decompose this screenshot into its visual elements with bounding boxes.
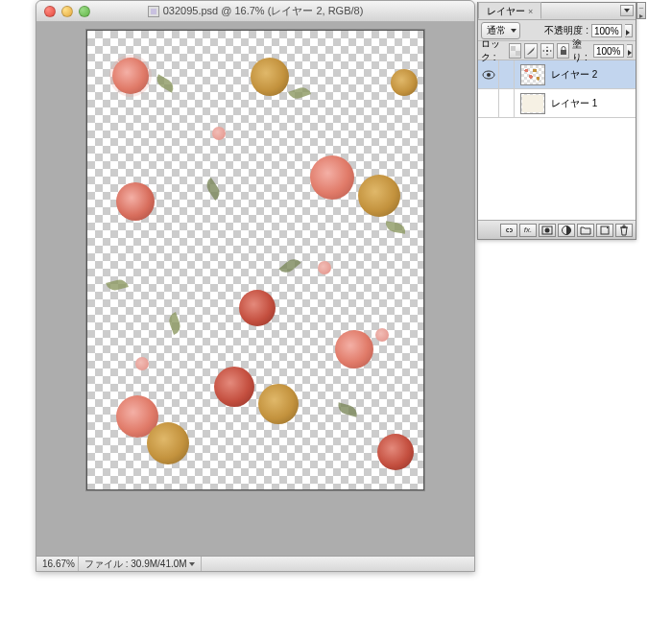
mask-icon <box>541 225 553 236</box>
window-titlebar[interactable]: 032095.psd @ 16.7% (レイヤー 2, RGB/8) <box>36 1 474 22</box>
new-fill-adjustment-button[interactable] <box>558 224 575 237</box>
layer-name[interactable]: レイヤー 1 <box>551 97 597 110</box>
close-icon[interactable] <box>44 6 56 17</box>
brush-icon <box>526 46 536 56</box>
chevron-right-icon <box>189 562 195 566</box>
status-bar: 16.67% ファイル : 30.9M/41.0M <box>36 556 474 571</box>
blend-row: 通常 不透明度 : 100% <box>478 20 636 41</box>
window-title-text: 032095.psd @ 16.7% (レイヤー 2, RGB/8) <box>163 5 364 16</box>
artboard[interactable] <box>86 30 424 490</box>
link-toggle[interactable] <box>499 89 515 117</box>
layer-name[interactable]: レイヤー 2 <box>551 68 597 82</box>
visibility-toggle[interactable] <box>478 60 499 88</box>
link-icon <box>503 225 515 236</box>
panel-footer: fx. <box>478 220 636 239</box>
new-group-button[interactable] <box>577 224 594 237</box>
move-icon <box>542 46 552 56</box>
fill-label: 塗り : <box>572 37 590 64</box>
close-icon[interactable]: × <box>528 7 533 16</box>
document-window: 032095.psd @ 16.7% (レイヤー 2, RGB/8) <box>36 0 475 572</box>
panel-menu-button[interactable] <box>620 5 634 16</box>
opacity-input[interactable]: 100% <box>591 24 622 37</box>
artwork-flower <box>116 182 155 221</box>
artwork-bud <box>318 261 331 274</box>
layer-effects-button[interactable]: fx. <box>519 224 537 237</box>
artwork-leaf <box>288 85 311 102</box>
artwork-flower <box>258 384 299 424</box>
artwork-leaf <box>167 312 183 335</box>
artwork-leaf <box>278 255 300 276</box>
layers-list: レイヤー 2 レイヤー 1 <box>478 60 636 222</box>
canvas-area[interactable] <box>36 22 474 556</box>
delete-layer-button[interactable] <box>615 224 633 237</box>
artwork-bud <box>135 357 149 370</box>
layer-thumbnail[interactable] <box>520 64 545 85</box>
blend-mode-value: 通常 <box>487 25 506 36</box>
traffic-lights <box>44 6 90 17</box>
chevron-right-icon[interactable] <box>625 24 633 37</box>
lock-icon <box>559 46 568 56</box>
svg-rect-1 <box>516 51 520 56</box>
minimize-icon: – <box>637 3 645 12</box>
half-circle-icon <box>561 225 572 236</box>
tab-layers-label: レイヤー <box>487 6 525 16</box>
visibility-toggle[interactable] <box>478 89 499 117</box>
svg-point-6 <box>545 227 550 232</box>
chevron-right-icon[interactable] <box>627 44 633 58</box>
new-page-icon <box>599 225 611 236</box>
document-proxy-icon[interactable] <box>148 6 159 17</box>
layer-row[interactable]: レイヤー 1 <box>478 89 636 118</box>
lock-row: ロック : 塗り : 100% <box>478 41 636 60</box>
lock-transparency-button[interactable] <box>509 43 522 59</box>
add-mask-button[interactable] <box>539 224 556 237</box>
artwork-leaf <box>336 402 359 416</box>
svg-point-4 <box>487 73 491 77</box>
tab-layers[interactable]: レイヤー× <box>478 2 541 19</box>
artwork-flower <box>239 290 276 326</box>
panel-tab-bar: レイヤー× – ▸ <box>478 3 636 20</box>
fill-input[interactable]: 100% <box>593 44 624 58</box>
minimize-icon[interactable] <box>61 6 73 17</box>
chevron-down-icon: ▸ <box>637 12 645 20</box>
lock-pixels-button[interactable] <box>524 43 538 59</box>
artwork-bud <box>375 328 389 342</box>
artwork-leaf <box>154 74 177 93</box>
artwork-flower <box>251 58 289 96</box>
layer-thumbnail[interactable] <box>520 93 545 114</box>
svg-rect-0 <box>511 46 516 51</box>
blend-mode-select[interactable]: 通常 <box>481 22 520 39</box>
link-toggle[interactable] <box>499 60 515 88</box>
fx-icon: fx. <box>524 226 532 234</box>
lock-all-button[interactable] <box>557 43 570 59</box>
layer-row[interactable]: レイヤー 2 <box>478 60 636 89</box>
artwork-leaf <box>106 277 129 292</box>
artwork-flower <box>391 69 418 96</box>
artwork-flower <box>112 58 149 94</box>
artwork-flower <box>214 367 254 407</box>
file-size-info[interactable]: ファイル : 30.9M/41.0M <box>79 557 202 571</box>
artwork-flower <box>377 434 414 470</box>
artwork-flower <box>335 330 373 368</box>
eye-icon <box>482 70 495 80</box>
zoom-level[interactable]: 16.67% <box>36 557 79 571</box>
window-title: 032095.psd @ 16.7% (レイヤー 2, RGB/8) <box>36 4 474 18</box>
artwork-leaf <box>384 221 406 234</box>
artwork-flower <box>147 422 189 464</box>
artwork-bud <box>212 127 226 140</box>
artwork-leaf <box>204 178 224 201</box>
folder-icon <box>580 225 591 236</box>
layers-panel: レイヤー× – ▸ 通常 不透明度 : 100% ロック : 塗り : 100% <box>477 2 636 240</box>
svg-rect-2 <box>561 50 566 55</box>
zoom-level-text: 16.67% <box>42 559 75 569</box>
transparency-icon <box>511 46 520 56</box>
zoom-icon[interactable] <box>79 6 90 17</box>
trash-icon <box>618 225 630 236</box>
link-layers-button[interactable] <box>500 224 517 237</box>
file-size-text: ファイル : 30.9M/41.0M <box>84 558 187 571</box>
lock-position-button[interactable] <box>540 43 554 59</box>
artwork-flower <box>358 175 400 217</box>
opacity-label: 不透明度 : <box>544 24 588 37</box>
new-layer-button[interactable] <box>596 224 613 237</box>
panel-collapse-button[interactable]: – ▸ <box>636 2 646 19</box>
artwork-flower <box>310 155 354 200</box>
